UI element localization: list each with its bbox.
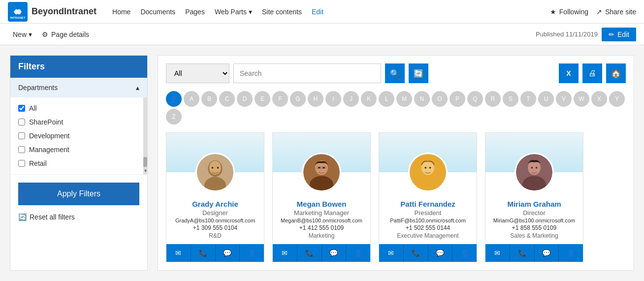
alpha-btn-Y[interactable]: Y [609,91,625,107]
scrollbar-thumb[interactable] [143,157,147,167]
phone-button-patti[interactable]: 📞 [403,244,428,262]
alpha-btn-Q[interactable]: Q [467,91,483,107]
chat-button-megan[interactable]: 💬 [322,244,346,262]
person-phone-miriam: +1 858 555 0109 [489,224,579,231]
phone-button-grady[interactable]: 📞 [191,244,215,262]
alpha-btn-I[interactable]: I [325,91,341,107]
department-select[interactable]: All SharePoint Development Management Re… [166,63,229,83]
svg-point-18 [425,167,427,169]
alpha-btn-S[interactable]: S [503,91,518,107]
profile-button-patti[interactable]: 👤 [452,244,477,262]
filter-checkbox-management[interactable] [18,146,25,153]
filter-options: All SharePoint Development Manageme [10,97,147,174]
phone-button-megan[interactable]: 📞 [297,244,322,262]
email-button-miriam[interactable]: ✉ [485,244,510,262]
filter-option-sharepoint[interactable]: SharePoint [18,115,139,129]
star-icon: ★ [550,8,556,16]
chat-button-grady[interactable]: 💬 [215,244,240,262]
person-info-megan: Megan Bowen Marketing Manager MeganB@bs1… [273,196,370,244]
pencil-icon: ✏ [609,31,614,38]
refresh-button[interactable]: 🔄 [409,63,428,83]
alpha-btn-D[interactable]: D [237,91,253,107]
alpha-btn-C[interactable]: C [219,91,235,107]
apply-filters-button[interactable]: Apply Filters [18,183,139,205]
scrollbar[interactable]: ▾ [143,97,147,174]
alpha-btn-V[interactable]: V [556,91,572,107]
profile-button-grady[interactable]: 👤 [239,244,264,262]
svg-point-6 [212,167,214,169]
departments-filter-section: Departments ▴ All SharePoint [10,78,147,175]
alpha-btn-L[interactable]: L [379,91,394,107]
search-input[interactable] [233,63,381,83]
new-button[interactable]: New ▾ [8,28,37,41]
chat-button-patti[interactable]: 💬 [428,244,452,262]
filter-option-management[interactable]: Management [18,143,139,156]
person-card-miriam: Miriam Graham Director MiriamG@bs100.onm… [485,132,583,262]
person-card-top-patti [379,133,477,172]
email-button-grady[interactable]: ✉ [166,244,191,262]
search-icon: 🔍 [390,69,400,78]
following-button[interactable]: ★ Following [550,8,588,16]
nav-edit[interactable]: Edit [312,6,323,18]
email-button-patti[interactable]: ✉ [379,244,403,262]
departments-filter-header[interactable]: Departments ▴ [10,78,147,97]
site-title: BeyondIntranet [32,6,97,17]
nav-documents[interactable]: Documents [140,6,175,18]
alpha-filter: 👤 A B C D E F G H I J K L M N O P Q R S … [166,91,626,125]
page-details-button[interactable]: ⚙ Page details [37,28,94,41]
alpha-btn-G[interactable]: G [290,91,306,107]
nav-web-parts[interactable]: Web Parts ▾ [215,6,252,18]
excel-button[interactable]: X [559,63,579,83]
alpha-btn-A[interactable]: A [184,91,199,107]
nav-pages[interactable]: Pages [185,6,205,18]
person-email-grady: GradyA@bs100.onmicrosoft.com [170,218,260,223]
filter-checkbox-sharepoint[interactable] [18,119,25,125]
alpha-btn-N[interactable]: N [414,91,430,107]
person-card-top-megan [273,133,370,172]
person-name-patti: Patti Fernandez [383,200,473,208]
person-dept-patti: Executive Management [383,232,473,239]
alpha-all-button[interactable]: 👤 [166,91,182,107]
home-button[interactable]: 🏠 [606,63,626,83]
filter-checkbox-development[interactable] [18,132,25,139]
alpha-btn-X[interactable]: X [591,91,607,107]
alpha-btn-P[interactable]: P [450,91,465,107]
alpha-btn-W[interactable]: W [574,91,589,107]
alpha-btn-U[interactable]: U [538,91,554,107]
print-button[interactable]: 🖨 [582,63,602,83]
alpha-btn-J[interactable]: J [343,91,359,107]
filter-option-retail[interactable]: Retail [18,156,139,170]
reset-filters-button[interactable]: 🔄 Reset all filters [10,213,83,229]
alpha-btn-H[interactable]: H [308,91,323,107]
profile-button-miriam[interactable]: 👤 [558,244,583,262]
alpha-btn-E[interactable]: E [255,91,270,107]
filter-option-all[interactable]: All [18,101,139,115]
alpha-btn-T[interactable]: T [520,91,536,107]
filter-checkbox-all[interactable] [18,105,25,112]
person-name-grady: Grady Archie [170,200,260,208]
filter-checkbox-retail[interactable] [18,160,25,167]
alpha-btn-R[interactable]: R [485,91,501,107]
search-button[interactable]: 🔍 [385,63,405,83]
directory-area: All SharePoint Development Management Re… [158,55,634,271]
filter-option-development[interactable]: Development [18,129,139,143]
nav-home[interactable]: Home [112,6,130,18]
nav-site-contents[interactable]: Site contents [262,6,302,18]
phone-button-miriam[interactable]: 📞 [510,244,534,262]
email-button-megan[interactable]: ✉ [273,244,297,262]
alpha-btn-K[interactable]: K [361,91,377,107]
filters-header: Filters [10,56,147,78]
alpha-btn-B[interactable]: B [201,91,217,107]
chat-button-miriam[interactable]: 💬 [534,244,559,262]
scroll-down-arrow[interactable]: ▾ [143,167,147,174]
profile-button-megan[interactable]: 👤 [346,244,370,262]
alpha-btn-Z[interactable]: Z [166,109,182,125]
edit-page-button[interactable]: ✏ Edit [602,28,636,41]
alpha-btn-F[interactable]: F [272,91,288,107]
alpha-btn-M[interactable]: M [396,91,412,107]
person-info-grady: Grady Archie Designer GradyA@bs100.onmic… [166,196,264,244]
alpha-btn-O[interactable]: O [432,91,448,107]
person-title-miriam: Director [489,209,579,217]
share-button[interactable]: ↗ Share site [596,8,636,16]
avatar-miriam [515,153,554,192]
